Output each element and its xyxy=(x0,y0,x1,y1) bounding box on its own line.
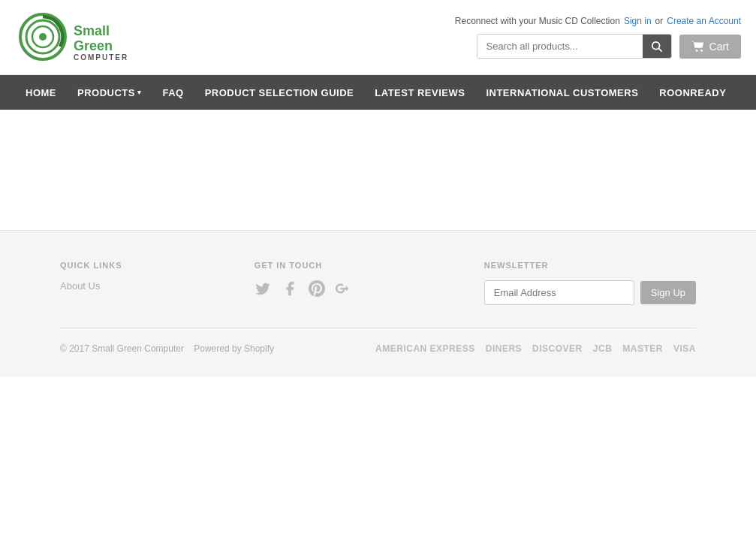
signup-button[interactable]: Sign Up xyxy=(640,281,696,304)
quick-links-heading: QUICK LINKS xyxy=(60,261,122,270)
or-text: or xyxy=(655,16,664,26)
svg-point-7 xyxy=(695,50,697,52)
nav-item-faq[interactable]: FAQ xyxy=(152,75,194,110)
footer-get-in-touch: GET IN TOUCH xyxy=(255,261,352,305)
nav-item-home[interactable]: HOME xyxy=(15,75,67,110)
svg-point-3 xyxy=(39,33,47,41)
powered-by-shopify[interactable]: Powered by Shopify xyxy=(194,343,274,354)
search-input[interactable] xyxy=(477,35,643,58)
cart-button[interactable]: Cart xyxy=(679,35,741,59)
newsletter-heading: NEWSLETTER xyxy=(484,261,696,270)
payment-jcb: JCB xyxy=(593,343,613,354)
pinterest-link[interactable] xyxy=(309,280,325,299)
payment-diners: DINERS xyxy=(486,343,522,354)
logo: Small Green COMPUTER xyxy=(15,9,195,65)
header: Small Green COMPUTER Reconnect with your… xyxy=(0,0,756,75)
copyright-text: © 2017 Small Green Computer xyxy=(60,343,184,354)
email-input[interactable] xyxy=(484,280,634,305)
tagline-text: Reconnect with your Music CD Collection xyxy=(455,16,620,26)
footer-link-about-us[interactable]: About Us xyxy=(60,280,122,292)
search-cart-row: Cart xyxy=(477,34,741,59)
social-icons xyxy=(255,280,352,304)
nav-item-product-selection-guide[interactable]: PRODUCT SELECTION GUIDE xyxy=(194,75,365,110)
payment-icons: AMERICAN EXPRESS DINERS DISCOVER JCB MAS… xyxy=(375,343,696,354)
footer-top: QUICK LINKS About Us GET IN TOUCH xyxy=(60,261,696,305)
main-content xyxy=(0,110,756,230)
svg-text:Green: Green xyxy=(74,38,113,53)
nav-item-international-customers[interactable]: INTERNATIONAL CUSTOMERS xyxy=(475,75,649,110)
dropdown-icon: ▾ xyxy=(137,89,142,96)
navigation: HOME PRODUCTS ▾ FAQ PRODUCT SELECTION GU… xyxy=(0,75,756,110)
payment-discover: DISCOVER xyxy=(532,343,583,354)
payment-visa: VISA xyxy=(673,343,696,354)
newsletter-form: Sign Up xyxy=(484,280,696,305)
get-in-touch-heading: GET IN TOUCH xyxy=(255,261,352,270)
svg-text:COMPUTER: COMPUTER xyxy=(74,53,128,62)
facebook-link[interactable] xyxy=(282,280,298,299)
payment-amex: AMERICAN EXPRESS xyxy=(375,343,475,354)
footer-newsletter: NEWSLETTER Sign Up xyxy=(484,261,696,305)
twitter-link[interactable] xyxy=(255,280,271,299)
cart-label: Cart xyxy=(709,41,729,53)
search-icon xyxy=(652,41,662,52)
twitter-icon xyxy=(255,280,271,297)
google-plus-link[interactable] xyxy=(336,280,352,299)
nav-item-latest-reviews[interactable]: LATEST REVIEWS xyxy=(364,75,475,110)
google-plus-icon xyxy=(336,280,352,297)
logo-area: Small Green COMPUTER xyxy=(15,9,195,65)
facebook-icon xyxy=(282,280,298,297)
nav-item-roonready[interactable]: ROONREADY xyxy=(649,75,736,110)
footer: QUICK LINKS About Us GET IN TOUCH xyxy=(0,230,756,376)
search-box xyxy=(477,34,672,59)
footer-quick-links: QUICK LINKS About Us xyxy=(60,261,122,305)
nav-item-products[interactable]: PRODUCTS ▾ xyxy=(67,75,152,110)
footer-bottom: © 2017 Small Green Computer Powered by S… xyxy=(60,328,696,354)
top-right: Reconnect with your Music CD Collection … xyxy=(455,16,741,59)
create-account-link[interactable]: Create an Account xyxy=(667,16,741,26)
search-button[interactable] xyxy=(643,35,671,58)
footer-copyright: © 2017 Small Green Computer Powered by S… xyxy=(60,343,274,354)
svg-text:Small: Small xyxy=(74,23,110,38)
top-links: Reconnect with your Music CD Collection … xyxy=(455,16,741,26)
payment-master: MASTER xyxy=(622,343,663,354)
sign-in-link[interactable]: Sign in xyxy=(624,16,652,26)
svg-point-8 xyxy=(700,50,703,52)
cart-icon xyxy=(691,41,705,53)
pinterest-icon xyxy=(309,280,325,297)
